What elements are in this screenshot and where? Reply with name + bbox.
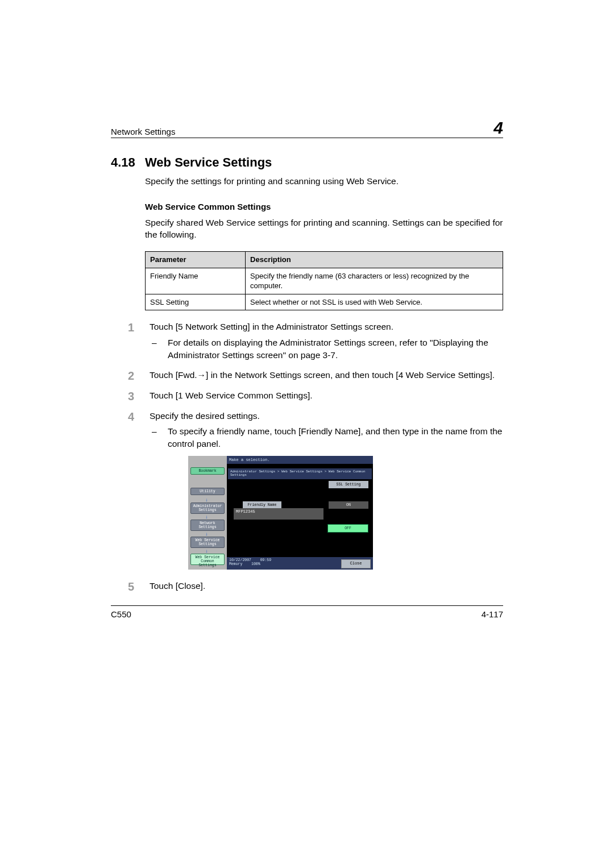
- section-title-text: Web Service Settings: [145, 155, 272, 169]
- web-service-common-settings-button[interactable]: Web Service Common Settings: [190, 554, 225, 565]
- step-1: 1 Touch [5 Network Setting] in the Admin…: [128, 321, 503, 361]
- steps-list: 1 Touch [5 Network Setting] in the Admin…: [128, 321, 503, 592]
- step-4: 4 Specify the desired settings. To speci…: [128, 410, 503, 570]
- sub-intro: Specify shared Web Service settings for …: [145, 217, 503, 241]
- param-table: Parameter Description Friendly Name Spec…: [145, 251, 503, 310]
- web-service-settings-button[interactable]: Web Service Settings: [190, 537, 225, 548]
- cell-param: SSL Setting: [146, 294, 246, 310]
- page-footer: C550 4-117: [111, 605, 503, 619]
- step-text: Touch [5 Network Setting] in the Adminis…: [150, 322, 393, 331]
- th-parameter: Parameter: [146, 252, 246, 268]
- status-time: 09:59: [260, 558, 272, 562]
- header-section-name: Network Settings: [111, 127, 175, 136]
- step-text: Touch [Fwd.→] in the Network Settings sc…: [150, 370, 495, 380]
- section-title: 4.18Web Service Settings: [111, 155, 503, 170]
- step-subitem: For details on displaying the Administra…: [160, 337, 503, 361]
- step-text: Touch [Close].: [150, 581, 205, 591]
- footer-page-number: 4-117: [482, 609, 503, 619]
- step-5: 5 Touch [Close].: [128, 580, 503, 592]
- step-number: 1: [128, 319, 134, 335]
- step-text: Specify the desired settings.: [150, 411, 260, 421]
- step-number: 5: [128, 579, 134, 595]
- table-row: Friendly Name Specify the friendly name …: [146, 268, 503, 294]
- bookmark-button[interactable]: Bookmark: [190, 467, 225, 475]
- step-number: 3: [128, 388, 134, 404]
- section-number: 4.18: [111, 155, 145, 170]
- utility-button[interactable]: Utility: [190, 488, 225, 495]
- manual-page: Network Settings 4 4.18Web Service Setti…: [111, 119, 503, 600]
- ssl-on-button[interactable]: ON: [329, 501, 368, 509]
- section-intro: Specify the settings for printing and sc…: [145, 176, 503, 188]
- device-screen: Bookmark Utility ↓ Administrator Setting…: [188, 456, 373, 570]
- status-mem-value: 100%: [251, 562, 260, 566]
- device-titlebar: Make a selection.: [227, 456, 373, 464]
- device-sidebar: Bookmark Utility ↓ Administrator Setting…: [188, 456, 227, 570]
- network-settings-button[interactable]: Network Settings: [190, 520, 225, 531]
- cell-desc: Specify the friendly name (63 characters…: [246, 268, 503, 294]
- step-subitem: To specify a friendly name, touch [Frien…: [160, 425, 503, 450]
- step-2: 2 Touch [Fwd.→] in the Network Settings …: [128, 369, 503, 381]
- close-button[interactable]: Close: [341, 559, 371, 568]
- sub-heading: Web Service Common Settings: [145, 201, 503, 213]
- cell-desc: Select whether or not SSL is used with W…: [246, 294, 503, 310]
- step-number: 2: [128, 368, 134, 384]
- step-3: 3 Touch [1 Web Service Common Settings].: [128, 389, 503, 402]
- admin-settings-button[interactable]: Administrator Settings: [190, 502, 225, 514]
- ssl-off-button[interactable]: OFF: [327, 524, 368, 533]
- step-number: 4: [128, 409, 134, 425]
- chapter-number: 4: [493, 119, 503, 136]
- ssl-setting-label: SSL Setting: [329, 481, 368, 488]
- step-text: Touch [1 Web Service Common Settings].: [150, 391, 313, 400]
- page-header: Network Settings 4: [111, 119, 503, 138]
- embedded-screenshot: Bookmark Utility ↓ Administrator Setting…: [188, 456, 503, 570]
- th-description: Description: [246, 252, 503, 268]
- footer-model: C550: [111, 609, 131, 619]
- device-main-panel: Make a selection. Administrator Settings…: [227, 456, 373, 570]
- cell-param: Friendly Name: [146, 268, 246, 294]
- table-row: SSL Setting Select whether or not SSL is…: [146, 294, 503, 310]
- friendly-name-value[interactable]: MFP12345: [234, 508, 323, 520]
- device-breadcrumb: Administrator Settings > Web Service Set…: [228, 468, 372, 479]
- param-table-wrap: Parameter Description Friendly Name Spec…: [145, 251, 503, 310]
- status-date: 10/22/2007: [229, 558, 251, 562]
- status-mem-label: Memory: [229, 562, 242, 566]
